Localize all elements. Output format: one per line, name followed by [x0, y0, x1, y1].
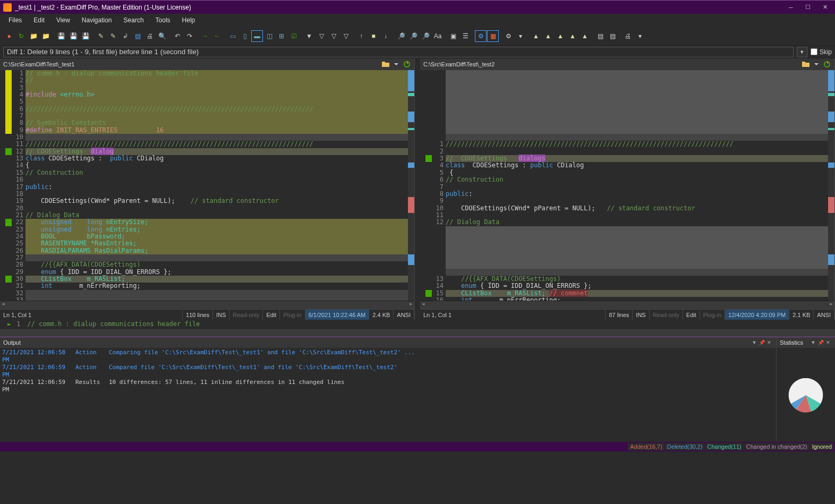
- menu-navigation[interactable]: Navigation: [76, 15, 117, 25]
- list-icon[interactable]: ☰: [459, 30, 471, 42]
- find-prev-icon[interactable]: 🔎: [420, 30, 431, 42]
- filter-icon[interactable]: ▼: [303, 30, 315, 42]
- bookmark-icon[interactable]: ▣: [447, 30, 459, 42]
- edit-icon[interactable]: ✎: [95, 30, 107, 42]
- colors-icon[interactable]: ▦: [487, 30, 499, 42]
- print2-icon[interactable]: 🖨: [622, 30, 634, 42]
- merge3-icon[interactable]: ▲: [555, 30, 566, 42]
- output-row: 7/21/2021 12:06:58 PMActionComparing fil…: [2, 349, 774, 364]
- menu-edit[interactable]: Edit: [28, 15, 50, 25]
- down-icon[interactable]: ↓: [380, 30, 391, 42]
- filter2-icon[interactable]: ▽: [316, 30, 327, 42]
- options-icon[interactable]: ⚙: [475, 30, 487, 42]
- up-icon[interactable]: ↑: [355, 30, 367, 42]
- find-next-icon[interactable]: 🔎: [407, 30, 419, 42]
- sync-marker-icon: ►: [7, 320, 11, 328]
- save-left-icon[interactable]: 💾: [67, 30, 79, 42]
- panel-menu-icon[interactable]: ▼: [810, 339, 817, 346]
- close-button[interactable]: ✕: [818, 2, 832, 13]
- skip-checkbox-label[interactable]: Skip: [811, 48, 832, 56]
- filter4-icon[interactable]: ▽: [340, 30, 352, 42]
- panel-menu-icon[interactable]: ▼: [751, 339, 758, 346]
- right-cursor-pos: Ln 1, Col 1: [420, 310, 606, 320]
- refresh-icon[interactable]: [403, 60, 411, 69]
- dropdown-icon[interactable]: [812, 60, 821, 69]
- left-size: 2.4 KB: [369, 310, 394, 320]
- settings-icon[interactable]: ⚙: [502, 30, 514, 42]
- open-left-icon[interactable]: 📁: [28, 30, 39, 42]
- report-icon[interactable]: ▤: [594, 30, 606, 42]
- refresh-icon[interactable]: [823, 60, 831, 69]
- dropdown-icon[interactable]: ▾: [515, 30, 526, 42]
- left-overview-strip[interactable]: [408, 70, 414, 301]
- skip-checkbox[interactable]: [811, 48, 817, 55]
- menu-view[interactable]: View: [51, 15, 75, 25]
- right-h-scrollbar[interactable]: [420, 301, 834, 309]
- changed-stat: Changed(11): [705, 443, 743, 450]
- right-edit-mode[interactable]: Edit: [683, 310, 700, 320]
- minimize-button[interactable]: ─: [784, 2, 798, 13]
- single-line-num: 1: [16, 320, 27, 328]
- export-icon[interactable]: ▤: [607, 30, 618, 42]
- case-icon[interactable]: Aa: [432, 30, 444, 42]
- save-icon[interactable]: 💾: [55, 30, 67, 42]
- pin-icon[interactable]: 📌: [758, 339, 765, 346]
- dropdown-icon[interactable]: [392, 60, 401, 69]
- view-split-icon[interactable]: ◫: [263, 30, 275, 42]
- filter3-icon[interactable]: ▽: [328, 30, 339, 42]
- first-diff-icon[interactable]: ■: [368, 30, 379, 42]
- left-encoding: ANSI: [394, 310, 414, 320]
- view-v-icon[interactable]: ▯: [239, 30, 251, 42]
- view-h-icon[interactable]: ▭: [227, 30, 238, 42]
- diff-description-input[interactable]: [3, 47, 794, 57]
- output-panel: Output ▼ 📌 ✕ 7/21/2021 12:06:58 PMAction…: [0, 337, 777, 442]
- right-plugin: Plug-in: [700, 310, 725, 320]
- output-panel-header: Output ▼ 📌 ✕: [0, 337, 776, 348]
- find-icon[interactable]: 🔎: [395, 30, 407, 42]
- menu-files[interactable]: Files: [3, 15, 27, 25]
- deleted-stat: Deleted(30,2): [665, 443, 705, 450]
- center-sync-strip[interactable]: [415, 58, 420, 320]
- view-4-icon[interactable]: ☑: [288, 30, 300, 42]
- edit-both-icon[interactable]: ✎: [107, 30, 119, 42]
- view-single-icon[interactable]: ▬: [251, 30, 263, 42]
- maximize-button[interactable]: ☐: [801, 2, 815, 13]
- menu-tools[interactable]: Tools: [150, 15, 176, 25]
- redo-icon[interactable]: ↷: [184, 30, 195, 42]
- copy-left-icon[interactable]: ←: [211, 30, 223, 42]
- right-encoding: ANSI: [814, 310, 834, 320]
- merge2-icon[interactable]: ▲: [542, 30, 554, 42]
- compare-icon[interactable]: ●: [3, 30, 15, 42]
- right-overview-strip[interactable]: [828, 70, 834, 301]
- folder-icon[interactable]: [381, 60, 390, 69]
- menu-search[interactable]: Search: [118, 15, 149, 25]
- word-wrap-icon[interactable]: ↲: [120, 30, 131, 42]
- close-panel-icon[interactable]: ✕: [824, 339, 832, 346]
- merge5-icon[interactable]: ▲: [579, 30, 591, 42]
- refresh-icon[interactable]: ↻: [15, 30, 27, 42]
- dd-icon[interactable]: ▾: [634, 30, 646, 42]
- merge1-icon[interactable]: ▲: [530, 30, 542, 42]
- single-line-scrollbar[interactable]: [0, 328, 835, 337]
- undo-icon[interactable]: ↶: [172, 30, 183, 42]
- view-3-icon[interactable]: ⊞: [276, 30, 287, 42]
- pin-icon[interactable]: 📌: [817, 339, 824, 346]
- left-date: 6/1/2021 10:22:46 AM: [305, 310, 370, 320]
- close-panel-icon[interactable]: ✕: [765, 339, 773, 346]
- print-icon[interactable]: 🖨: [144, 30, 156, 42]
- save-right-icon[interactable]: 💾: [80, 30, 91, 42]
- copy-right-icon[interactable]: →: [199, 30, 211, 42]
- output-row: 7/21/2021 12:06:59 PMResults10 differenc…: [2, 379, 774, 394]
- menu-help[interactable]: Help: [177, 15, 201, 25]
- left-edit-mode[interactable]: Edit: [263, 310, 280, 320]
- folder-icon[interactable]: [802, 60, 810, 69]
- output-content[interactable]: 7/21/2021 12:06:58 PMActionComparing fil…: [0, 348, 776, 442]
- goto-icon[interactable]: ▤: [132, 30, 143, 42]
- right-code-area[interactable]: 12345678910111213141516 ////////////////…: [420, 70, 834, 301]
- left-h-scrollbar[interactable]: [0, 301, 414, 309]
- open-right-icon[interactable]: 📁: [40, 30, 52, 42]
- left-code-area[interactable]: 1234567891011121314151617181920212223242…: [0, 70, 414, 301]
- preview-icon[interactable]: 🔍: [156, 30, 168, 42]
- merge4-icon[interactable]: ▲: [567, 30, 578, 42]
- diff-dropdown-button[interactable]: ▼: [797, 47, 807, 57]
